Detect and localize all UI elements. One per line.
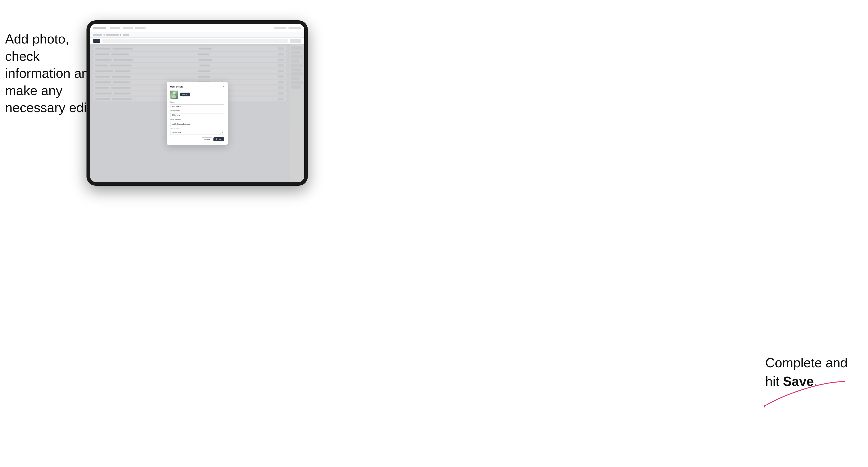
nav-item-2 (123, 27, 133, 29)
app-nav (110, 27, 146, 29)
modal-footer: Cancel ⬆ Save (170, 137, 224, 141)
school-year-select-wrapper: × ⌃⌄ (170, 130, 224, 135)
user-photo-thumbnail (170, 91, 178, 99)
save-button-label: Save (218, 138, 222, 140)
cancel-button[interactable]: Cancel (202, 137, 212, 141)
modal-close-button[interactable]: × (223, 86, 224, 88)
modal-header: User details × (170, 86, 224, 88)
school-year-input[interactable] (170, 131, 224, 135)
toolbar-right-btn[interactable] (290, 39, 301, 43)
display-name-label: Display name (170, 110, 224, 112)
modal-overlay: User details × Upload Name (90, 44, 304, 182)
display-name-field-group: Display name (170, 110, 224, 117)
email-label: Email address (170, 119, 224, 121)
tablet-screen: User details × Upload Name (90, 24, 304, 182)
modal-title: User details (170, 86, 183, 88)
upload-photo-button[interactable]: Upload (180, 93, 190, 96)
sub-header (90, 32, 304, 38)
email-field-group: Email address (170, 119, 224, 126)
save-icon: ⬆ (215, 138, 217, 141)
user-photo-image (170, 91, 178, 99)
school-year-field-group: School Year × ⌃⌄ (170, 127, 224, 135)
user-details-modal: User details × Upload Name (167, 82, 228, 145)
save-button[interactable]: ⬆ Save (213, 137, 224, 141)
toolbar (90, 38, 304, 44)
display-name-input[interactable] (170, 113, 224, 117)
content-area: User details × Upload Name (90, 44, 304, 182)
app-header-right (274, 27, 301, 29)
email-input[interactable] (170, 122, 224, 126)
nav-item-3 (135, 27, 146, 29)
name-label: Name (170, 101, 224, 103)
toolbar-add-btn[interactable] (93, 39, 100, 43)
name-field-group: Name (170, 101, 224, 108)
nav-item-1 (110, 27, 120, 29)
school-year-spinner-icon: ⌃⌄ (220, 130, 221, 134)
app-logo (93, 27, 106, 29)
app-header (90, 24, 304, 32)
tablet-device: User details × Upload Name (87, 20, 308, 186)
school-year-clear-icon[interactable]: × (222, 131, 223, 133)
name-input[interactable] (170, 104, 224, 108)
breadcrumb (93, 34, 129, 36)
photo-section: Upload (170, 91, 224, 99)
right-annotation: Complete and hit Save. (765, 353, 848, 391)
school-year-label: School Year (170, 127, 224, 129)
toolbar-search[interactable] (102, 39, 288, 43)
